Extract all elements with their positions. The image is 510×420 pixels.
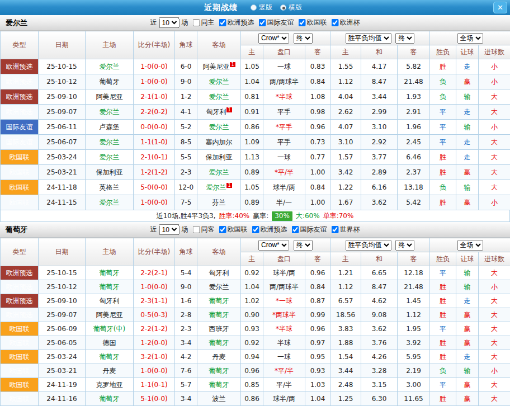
average-odds-group: 胜平负均值 终 [330,31,430,45]
filter-checkbox[interactable] [252,226,259,233]
team-label: 德国 [103,339,116,347]
handicap-home-odds: 0.91 [241,105,263,120]
odds-company-select[interactable]: Crow* [258,240,289,251]
goals-outcome: 大 [479,135,510,150]
match-date: 25-09-10 [39,294,86,308]
team-section-portugal: 葡萄牙 近 10 场 同客欧国联欧洲预选国际友谊世界杯 类型 日期 主场 比分(… [0,222,510,406]
team-label: 葡萄牙 [209,381,229,389]
col-header-handicap-line: 盘口 [263,252,305,266]
euro-win-odds: 18.56 [330,308,361,322]
filter-checkbox[interactable] [332,226,339,233]
team-label: 丹麦 [103,367,116,375]
filter-option[interactable]: 同主 [193,18,215,27]
avg-stage-select[interactable]: 终 [395,33,414,44]
handicap-line: 一球 [263,350,305,364]
filter-option[interactable]: 世界杯 [332,225,360,234]
handicap-outcome: 输 [456,120,479,135]
competition-type: 欧洲预选 [1,294,39,308]
result-outcome: 负 [430,180,456,195]
team-section-ireland: 爱尔兰 近 10 场 同主欧洲预选国际友谊欧国联欧洲杯 类型 日期 主场 比分(… [0,15,510,222]
result-outcome: 胜 [430,280,456,294]
scope-select[interactable]: 全场 [457,240,483,251]
scope-group: 全场 [430,31,510,45]
filter-checkbox[interactable] [219,19,226,26]
close-button[interactable]: ✕ [493,2,507,13]
score-halftime: 2-2(0-2) [134,105,175,120]
filter-checkbox[interactable] [299,19,306,26]
filter-checkbox[interactable] [219,226,226,233]
match-row: 欧国联25-03-24葡萄牙3-2(1-0)4-2丹麦0.94一球0.951.5… [1,350,510,364]
euro-lose-odds: 13.18 [398,180,430,195]
euro-draw-odds: 3.28 [361,364,398,378]
scope-select[interactable]: 全场 [457,33,483,44]
odds-stage-select[interactable]: 终 [294,240,313,251]
col-header-euro-draw: 和 [361,252,398,266]
match-row: 欧国联25-06-05德国1-2(0-0)3-4葡萄牙0.92半球0.971.8… [1,336,510,350]
filter-checkbox[interactable] [332,19,339,26]
handicap-line: *一球 [263,294,305,308]
goals-outcome: 大 [479,350,510,364]
team-label: 波兰 [212,395,226,403]
euro-draw-odds: 6.30 [361,392,398,406]
euro-lose-odds: 2.37 [398,165,430,180]
match-count-select[interactable]: 10 [159,17,180,28]
corner-count: 1-2 [175,89,197,105]
goals-outcome: 小 [479,364,510,378]
filter-option[interactable]: 欧国联 [219,225,248,234]
filter-checkbox[interactable] [292,226,299,233]
col-header-handicap-line: 盘口 [263,45,305,59]
col-header-away: 客场 [197,31,241,59]
corner-count: 2-3 [175,322,197,336]
filter-option[interactable]: 国际友谊 [259,18,294,27]
handicap-line: 半/一 [263,195,305,210]
layout-vertical-option[interactable]: 竖版 [251,3,272,12]
euro-draw-odds: 2.89 [361,165,398,180]
away-team: 葡萄牙 [197,308,241,322]
avg-type-select[interactable]: 胜平负均值 [346,33,391,44]
filter-option[interactable]: 同客 [193,225,215,234]
score-halftime: 2-1(0-1) [134,150,175,165]
filter-checkbox[interactable] [259,19,266,26]
team-label: 葡萄牙 [209,339,229,347]
odds-stage-select[interactable]: 终 [294,33,313,44]
match-row: 欧国联25-06-09葡萄牙(中)2-2(1-2)2-3西班牙0.93*半球0.… [1,322,510,336]
col-header-score: 比分(半场) [134,31,175,59]
filter-option[interactable]: 国际友谊 [292,225,327,234]
filter-checkbox[interactable] [193,19,200,26]
corner-count: 6-0 [175,59,197,74]
competition-type: 欧国联 [1,165,39,180]
score-halftime: 2-2(1-2) [134,322,175,336]
team-label: 葡萄牙 [100,283,120,291]
home-team: 爱尔兰 [86,59,134,74]
handicap-line: 两/两球半 [263,280,305,294]
filter-option[interactable]: 欧洲杯 [332,18,360,27]
layout-horizontal-label: 横版 [289,3,302,12]
layout-horizontal-option[interactable]: 横版 [280,3,302,12]
handicap-outcome: 输 [456,180,479,195]
euro-win-odds: 3.10 [330,135,361,150]
avg-type-select[interactable]: 胜平负均值 [346,240,391,251]
handicap-home-odds: 0.92 [241,336,263,350]
handicap-outcome: 走 [456,150,479,165]
handicap-outcome: 赢 [456,195,479,210]
match-row: 欧洲预选25-10-12葡萄牙1-0(0-0)9-0爱尔兰1.04两/两球半0.… [1,280,510,294]
home-team: 阿美尼亚 [86,89,134,105]
handicap-away-odds: 0.96 [305,266,330,280]
result-outcome: 胜 [430,150,456,165]
euro-win-odds: 1.22 [330,180,361,195]
corner-count: 12-0 [175,180,197,195]
filter-option[interactable]: 欧洲预选 [252,225,287,234]
filter-option[interactable]: 欧国联 [299,18,327,27]
goals-outcome: 小 [479,74,510,89]
away-team: 爱尔兰 [197,89,241,105]
avg-stage-select[interactable]: 终 [395,240,414,251]
match-count-select[interactable]: 10 [159,224,180,235]
match-row: 欧洲预选25-10-12葡萄牙1-0(0-0)9-0爱尔兰1.04两/两球半0.… [1,74,510,89]
score-halftime: 1-2(0-0) [134,336,175,350]
filter-option[interactable]: 欧洲预选 [219,18,254,27]
team-label: 芬兰 [212,199,226,206]
away-team: 塞内加尔 [197,135,241,150]
team-label: 葡萄牙 [209,367,229,375]
filter-checkbox[interactable] [193,226,200,233]
odds-company-select[interactable]: Crow* [258,33,289,44]
